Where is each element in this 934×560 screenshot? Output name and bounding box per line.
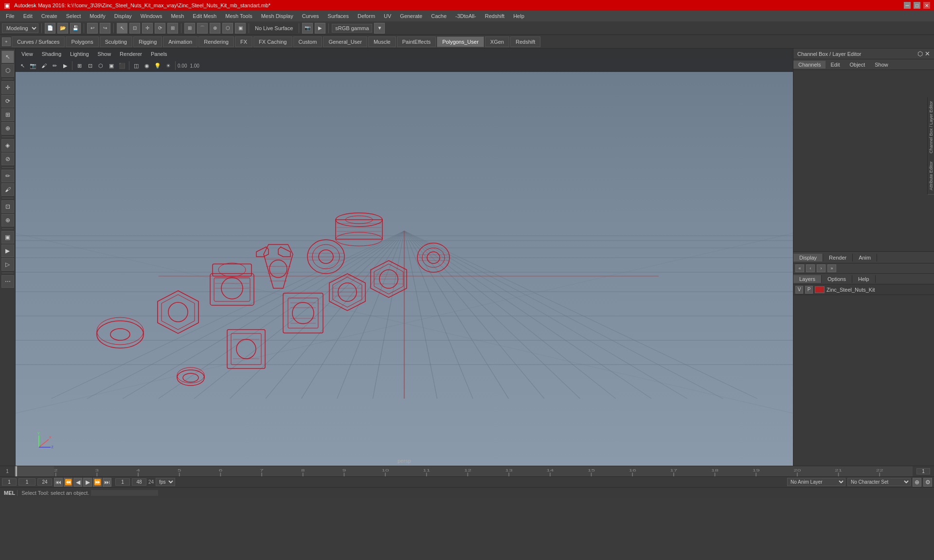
- move-tool-btn[interactable]: ✛: [1, 81, 14, 94]
- more-tools-btn[interactable]: ⋯: [1, 275, 14, 288]
- menu-mesh[interactable]: Mesh: [167, 12, 188, 20]
- menu-surfaces[interactable]: Surfaces: [324, 12, 353, 20]
- layer-nav-next[interactable]: ›: [817, 264, 826, 272]
- vp-xray-btn[interactable]: ◫: [131, 61, 141, 70]
- color-settings[interactable]: ▼: [374, 23, 385, 34]
- snap-view-plane[interactable]: ▣: [235, 23, 246, 34]
- menu-generate[interactable]: Generate: [396, 12, 426, 20]
- vp-wire-btn[interactable]: ⊡: [85, 61, 95, 70]
- snap-grid[interactable]: ⊞: [184, 23, 195, 34]
- snap-curve[interactable]: ⌒: [197, 23, 208, 34]
- vp-menu-lighting[interactable]: Lighting: [66, 50, 93, 58]
- anim-tab[interactable]: Anim: [853, 254, 877, 262]
- menu-create[interactable]: Create: [37, 12, 61, 20]
- vp-menu-renderer[interactable]: Renderer: [116, 50, 146, 58]
- scale-tool-btn[interactable]: ⊞: [1, 108, 14, 121]
- tab-fx-caching[interactable]: FX Caching: [253, 36, 292, 47]
- fps-selector[interactable]: fps: [156, 478, 175, 486]
- tab-rendering[interactable]: Rendering: [198, 36, 234, 47]
- menu-mesh-tools[interactable]: Mesh Tools: [221, 12, 256, 20]
- menu-uv[interactable]: UV: [380, 12, 395, 20]
- snap-pt-btn[interactable]: ⊕: [1, 214, 14, 227]
- character-set-icon[interactable]: ⊕: [913, 478, 921, 487]
- menu-redshift[interactable]: Redshift: [481, 12, 508, 20]
- layer-playback-btn[interactable]: P: [805, 286, 813, 294]
- vp-solid-btn[interactable]: ⬛: [117, 61, 127, 70]
- no-anim-layer-select[interactable]: No Anim Layer: [787, 478, 845, 486]
- timeline-right-value[interactable]: [916, 468, 930, 474]
- tab-rigging[interactable]: Rigging: [133, 36, 162, 47]
- mel-command-input[interactable]: [91, 490, 158, 496]
- range-end-input[interactable]: [132, 478, 146, 486]
- play-end-btn[interactable]: ⏭: [103, 478, 111, 487]
- open-button[interactable]: 📂: [57, 23, 68, 34]
- frame-end-input[interactable]: [37, 478, 52, 486]
- universal-tool-btn[interactable]: ⊕: [1, 122, 14, 135]
- paint-select-btn[interactable]: ⬡: [1, 64, 14, 77]
- vp-menu-panels[interactable]: Panels: [147, 50, 171, 58]
- layer-visibility-btn[interactable]: V: [795, 286, 803, 294]
- move-tool[interactable]: ✛: [142, 23, 153, 34]
- tab-redshift[interactable]: Redshift: [510, 36, 540, 47]
- tab-xgen[interactable]: XGen: [485, 36, 509, 47]
- layer-nav-first[interactable]: «: [795, 264, 804, 272]
- paint-tool-btn[interactable]: 🖌: [1, 183, 14, 196]
- play-forward-btn[interactable]: ▶: [83, 478, 92, 487]
- tab-general-user[interactable]: General_User: [323, 36, 367, 47]
- show-tab[interactable]: Show: [870, 61, 893, 69]
- current-frame-input[interactable]: [18, 478, 36, 486]
- frame-start-input[interactable]: [2, 478, 17, 486]
- vp-shadow-btn[interactable]: ☀: [163, 61, 173, 70]
- tab-polygons-user[interactable]: Polygons_User: [437, 36, 484, 47]
- tab-muscle[interactable]: Muscle: [368, 36, 396, 47]
- vp-lights-btn[interactable]: 💡: [153, 61, 162, 70]
- select-tool[interactable]: ↖: [117, 23, 127, 34]
- sculpt-btn[interactable]: ✏: [1, 170, 14, 182]
- layer-nav-last[interactable]: »: [827, 264, 836, 272]
- vp-menu-show[interactable]: Show: [94, 50, 115, 58]
- object-tab[interactable]: Object: [844, 61, 870, 69]
- vp-smooth2-btn[interactable]: ▣: [107, 61, 116, 70]
- menu-edit[interactable]: Edit: [19, 12, 36, 20]
- menu-modify[interactable]: Modify: [86, 12, 109, 20]
- rotate-tool[interactable]: ⟳: [155, 23, 165, 34]
- render-button[interactable]: ▶: [315, 23, 325, 34]
- tab-curves-surfaces[interactable]: Curves / Surfaces: [12, 36, 65, 47]
- vp-menu-view[interactable]: View: [18, 50, 37, 58]
- close-button[interactable]: ✕: [923, 2, 930, 9]
- tab-add-icon[interactable]: +: [2, 37, 11, 46]
- menu-edit-mesh[interactable]: Edit Mesh: [189, 12, 220, 20]
- tab-fx[interactable]: FX: [235, 36, 252, 47]
- options-tab[interactable]: Options: [822, 275, 852, 283]
- snap-surface[interactable]: ⬡: [222, 23, 233, 34]
- tab-painteffects[interactable]: PaintEffects: [397, 36, 436, 47]
- play-beginning-btn[interactable]: ⏮: [54, 478, 63, 487]
- menu-cache[interactable]: Cache: [427, 12, 450, 20]
- camera-button[interactable]: 📷: [302, 23, 313, 34]
- save-button[interactable]: 💾: [70, 23, 81, 34]
- vp-cam-btn[interactable]: 📷: [28, 61, 38, 70]
- layer-btn[interactable]: ▣: [1, 231, 14, 244]
- help-tab[interactable]: Help: [852, 275, 876, 283]
- render-seq-btn[interactable]: ▶: [1, 245, 14, 257]
- minimize-button[interactable]: ─: [904, 2, 911, 9]
- tab-polygons[interactable]: Polygons: [66, 36, 98, 47]
- new-scene-button[interactable]: 📄: [45, 23, 55, 34]
- lasso-select[interactable]: ⊡: [129, 23, 140, 34]
- menu-select[interactable]: Select: [62, 12, 85, 20]
- menu-help[interactable]: Help: [509, 12, 528, 20]
- show-manip-btn[interactable]: ⊘: [1, 153, 14, 165]
- menu-windows[interactable]: Windows: [137, 12, 166, 20]
- channel-box-label[interactable]: Channel Box / Layer Editor: [928, 97, 934, 158]
- render-cur-btn[interactable]: ▷: [1, 258, 14, 271]
- vp-menu-shading[interactable]: Shading: [38, 50, 65, 58]
- snap-point[interactable]: ⊕: [210, 23, 220, 34]
- menu-file[interactable]: File: [2, 12, 18, 20]
- preferences-btn[interactable]: ⚙: [923, 478, 932, 487]
- vp-isolate-btn[interactable]: ◉: [142, 61, 152, 70]
- menu-deform[interactable]: Deform: [354, 12, 379, 20]
- edit-tab[interactable]: Edit: [826, 61, 844, 69]
- layers-tab[interactable]: Layers: [793, 275, 822, 283]
- display-tab[interactable]: Display: [793, 254, 823, 262]
- soft-select-btn[interactable]: ◈: [1, 139, 14, 152]
